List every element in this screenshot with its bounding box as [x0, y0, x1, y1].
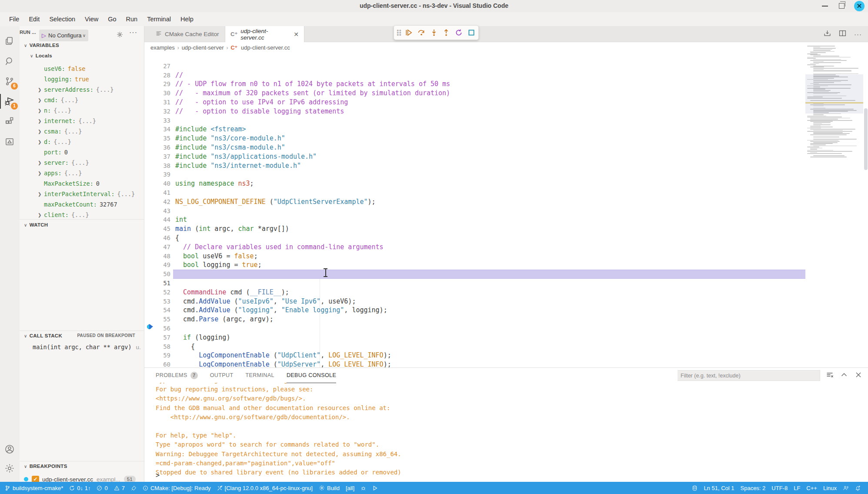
breadcrumb-item[interactable]: examples	[150, 44, 175, 51]
code-line-55[interactable]: 55	[144, 306, 805, 315]
code-line-61[interactable]: 61	[144, 360, 805, 367]
debug-settings-gear-icon[interactable]	[117, 31, 123, 40]
variable-logging[interactable]: logging: true	[20, 74, 144, 84]
activity-account[interactable]	[0, 440, 20, 458]
scrollbar-thumb[interactable]	[864, 108, 868, 170]
activity-extensions[interactable]	[0, 112, 20, 130]
activity-cmake[interactable]	[0, 133, 20, 151]
code-line-42[interactable]: 42	[144, 188, 805, 197]
code-line-27[interactable]: 27 //	[144, 53, 805, 62]
statusbar-git-sync[interactable]: 0↓ 1↑	[66, 482, 93, 494]
statusbar-cmake-build[interactable]: Build	[316, 482, 343, 494]
close-panel-icon[interactable]	[855, 371, 862, 380]
activity-source-control[interactable]: 6	[0, 72, 20, 90]
code-line-50[interactable]: 50	[144, 260, 805, 270]
code-line-48[interactable]: 48 bool logging = true;	[144, 243, 805, 252]
more-actions-icon[interactable]: ···	[854, 30, 862, 38]
code-line-57[interactable]: 57 {	[144, 324, 805, 333]
code-line-36[interactable]: 36 #include "ns3/applications-module.h"	[144, 134, 805, 143]
debug-console-output[interactable]: Type "show configuration" for configurat…	[144, 380, 868, 482]
statusbar-remote-os[interactable]: Linux	[820, 482, 840, 494]
minimize-icon[interactable]	[822, 6, 828, 7]
minimap-slider[interactable]	[805, 74, 863, 113]
maximize-panel-icon[interactable]	[841, 371, 848, 380]
chevron-right-icon[interactable]: ❯	[38, 140, 44, 144]
code-line-46[interactable]: 46 // Declare variables used in command-…	[144, 224, 805, 234]
menu-edit[interactable]: Edit	[25, 14, 43, 24]
panel-tab-terminal[interactable]: TERMINAL	[245, 368, 274, 383]
statusbar-indentation[interactable]: Spaces: 2	[738, 482, 769, 494]
code-line-39[interactable]: 39 using namespace ns3;	[144, 161, 805, 170]
restore-icon[interactable]	[839, 3, 845, 9]
activity-explorer[interactable]	[0, 32, 20, 50]
drag-handle-icon[interactable]: ●●●●●●	[397, 30, 401, 36]
debug-current-line-icon[interactable]	[147, 324, 154, 330]
statusbar-cursor-position[interactable]: Ln 51, Col 1	[701, 482, 737, 494]
panel-tab-problems[interactable]: PROBLEMS7	[156, 368, 198, 383]
watch-section-header[interactable]: ∨ WATCH	[24, 222, 48, 227]
menu-view[interactable]: View	[81, 14, 102, 24]
statusbar-cmake-launch[interactable]	[128, 482, 140, 494]
step-over-button[interactable]	[417, 28, 426, 37]
start-debug-icon[interactable]: ▷	[42, 32, 46, 39]
code-line-58[interactable]: 58 LogComponentEnable ("UdpClient", LOG_…	[144, 333, 805, 342]
call-stack-frame[interactable]: main(int argc, char ** argv)u.	[33, 344, 141, 350]
chevron-right-icon[interactable]: ❯	[38, 108, 44, 113]
locals-scope-header[interactable]: ∨ Locals	[30, 53, 52, 58]
chevron-right-icon[interactable]: ❯	[38, 119, 44, 124]
variable-useV6[interactable]: useV6: false	[20, 63, 144, 74]
chevron-right-icon[interactable]: ❯	[38, 192, 44, 197]
chevron-right-icon[interactable]: ❯	[38, 87, 44, 92]
statusbar-errors[interactable]: 0	[93, 482, 110, 494]
code-line-47[interactable]: 47 bool useV6 = false;	[144, 234, 805, 243]
variable-serverAddress[interactable]: ❯ serverAddress: {...}	[20, 84, 144, 95]
variable-port[interactable]: port: 0	[20, 147, 144, 157]
code-line-31[interactable]: 31 // - option to disable logging statem…	[144, 89, 805, 98]
statusbar-cmake-target[interactable]: [all]	[343, 482, 357, 494]
code-line-29[interactable]: 29 // - maximum of 320 packets sent (or …	[144, 71, 805, 80]
variable-client[interactable]: ❯ client: {...}	[20, 210, 144, 220]
menu-help[interactable]: Help	[177, 14, 197, 24]
code-line-38[interactable]: 38	[144, 152, 805, 161]
continue-button[interactable]	[404, 28, 414, 37]
chevron-right-icon[interactable]: ❯	[38, 98, 44, 103]
variable-internet[interactable]: ❯ internet: {...}	[20, 116, 144, 126]
activity-run-debug[interactable]: 1	[0, 92, 20, 110]
variable-server[interactable]: ❯ server: {...}	[20, 157, 144, 168]
code-line-44[interactable]: 44 main (int argc, char *argv[])	[144, 207, 805, 216]
split-editor-icon[interactable]	[839, 30, 846, 39]
code-line-35[interactable]: 35 #include "ns3/csma-module.h"	[144, 125, 805, 134]
statusbar-encoding[interactable]: UTF-8	[768, 482, 791, 494]
variable-csma[interactable]: ❯ csma: {...}	[20, 126, 144, 137]
variable-maxPacketCount[interactable]: maxPacketCount: 32767	[20, 199, 144, 210]
code-line-33[interactable]: 33 #include <fstream>	[144, 107, 805, 116]
code-line-43[interactable]: 43 int	[144, 197, 805, 207]
code-line-37[interactable]: 37 #include "ns3/internet-module.h"	[144, 143, 805, 152]
more-actions-icon[interactable]: ···	[129, 29, 137, 37]
panel-tab-debug-console[interactable]: DEBUG CONSOLE	[287, 368, 336, 383]
code-line-54[interactable]: 54 cmd.Parse (argc, argv);	[144, 297, 805, 306]
call-stack-section-header[interactable]: ∨ CALL STACK PAUSED ON BREAKPOINT	[24, 333, 141, 338]
debug-config-dropdown[interactable]: ▷ No Configural ∨	[39, 30, 88, 41]
code-line-34[interactable]: 34 #include "ns3/core-module.h"	[144, 116, 805, 125]
menu-go[interactable]: Go	[104, 14, 120, 24]
tab-udp-client-server-cc[interactable]: C⁺udp-client-server.cc ✕	[225, 26, 304, 42]
code-line-56[interactable]: 56 if (logging)	[144, 315, 805, 324]
code-line-40[interactable]: 40	[144, 170, 805, 179]
code-line-53[interactable]: 53 cmd.AddValue ("logging", "Enable logg…	[144, 288, 805, 297]
menu-selection[interactable]: Selection	[45, 14, 79, 24]
code-line-41[interactable]: 41 NS_LOG_COMPONENT_DEFINE ("UdpClientSe…	[144, 179, 805, 188]
chevron-right-icon[interactable]: ❯	[38, 160, 44, 165]
breadcrumb-item[interactable]: udp-client-server.cc	[241, 44, 290, 51]
clear-console-icon[interactable]	[826, 371, 833, 380]
run-file-icon[interactable]	[824, 30, 831, 39]
chevron-right-icon[interactable]: ❯	[38, 129, 44, 134]
statusbar-cmake-kit[interactable]: [Clang 12.0.0 x86_64-pc-linux-gnu]	[214, 482, 316, 494]
variable-n[interactable]: ❯ n: {...}	[20, 105, 144, 116]
variable-cmd[interactable]: ❯ cmd: {...}	[20, 95, 144, 105]
code-line-45[interactable]: 45 {	[144, 215, 805, 224]
variable-interPacketInterval[interactable]: ❯ interPacketInterval: {...}	[20, 189, 144, 199]
activity-settings[interactable]	[0, 459, 20, 477]
chevron-right-icon[interactable]: ❯	[38, 171, 44, 176]
statusbar-cmake-status[interactable]: CMake: [Debug]: Ready	[140, 482, 214, 494]
